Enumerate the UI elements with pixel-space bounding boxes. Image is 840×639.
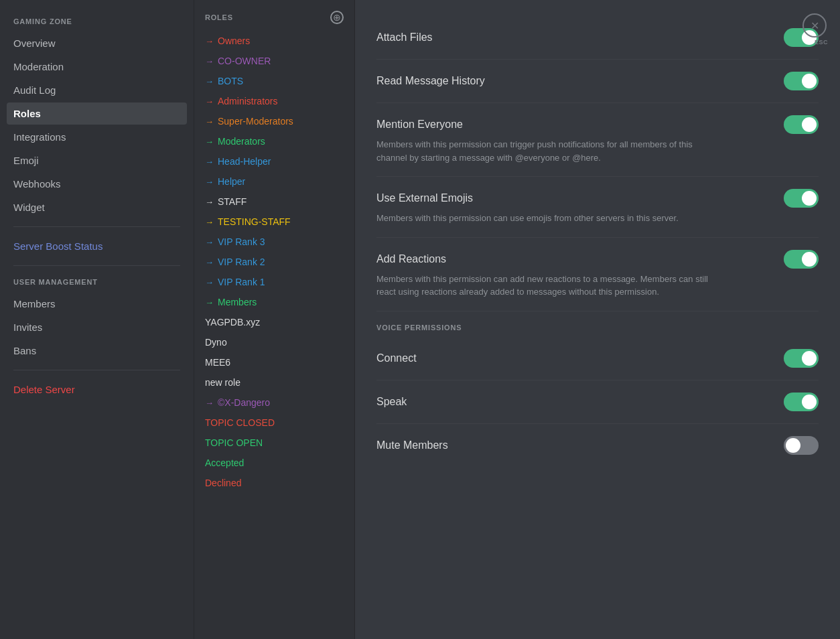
permission-add-reactions-label: Add Reactions	[376, 253, 446, 265]
sidebar-divider-1	[13, 226, 180, 227]
permission-mention-everyone-label: Mention Everyone	[376, 119, 463, 131]
role-item-accepted[interactable]: Accepted	[194, 453, 354, 473]
permission-mute-members-row: Mute Members	[376, 436, 819, 455]
permission-use-external-emojis-desc: Members with this permission can use emo…	[376, 212, 725, 225]
toggle-speak[interactable]	[784, 393, 819, 411]
toggle-mute-members[interactable]	[784, 436, 819, 455]
role-item-co-owner[interactable]: → CO-OWNER	[194, 51, 354, 71]
role-arrow-administrators: →	[205, 96, 214, 106]
permission-read-message-history-label: Read Message History	[376, 75, 485, 87]
role-label-owners: Owners	[218, 36, 250, 46]
close-icon: ✕	[811, 19, 819, 32]
permission-mention-everyone-row: Mention Everyone	[376, 115, 819, 134]
roles-panel: ROLES ⊕ → Owners → CO-OWNER → BOTS → Adm…	[194, 0, 355, 639]
role-label-staff: STAFF	[218, 196, 247, 207]
sidebar-item-emoji[interactable]: Emoji	[7, 149, 187, 171]
permission-add-reactions-desc: Members with this permission can add new…	[376, 273, 725, 299]
roles-panel-title: ROLES	[205, 13, 233, 21]
role-label-vip-rank-3: VIP Rank 3	[218, 236, 265, 247]
toggle-mention-everyone[interactable]	[784, 115, 819, 134]
permission-mention-everyone: Mention Everyone Members with this permi…	[376, 103, 819, 177]
close-button-sub-label: ESC	[815, 39, 828, 46]
role-item-bots[interactable]: → BOTS	[194, 71, 354, 91]
toggle-use-external-emojis[interactable]	[784, 189, 819, 208]
role-arrow-co-owner: →	[205, 56, 214, 66]
role-label-x-dangero: ©X-Dangero	[218, 397, 270, 408]
role-item-head-helper[interactable]: → Head-Helper	[194, 151, 354, 171]
role-item-vip-rank-2[interactable]: → VIP Rank 2	[194, 252, 354, 272]
role-item-vip-rank-1[interactable]: → VIP Rank 1	[194, 272, 354, 292]
role-arrow-vip-rank-1: →	[205, 277, 214, 287]
sidebar-item-overview[interactable]: Overview	[7, 32, 187, 54]
role-arrow-testing-staff: →	[205, 217, 214, 227]
role-arrow-vip-rank-2: →	[205, 257, 214, 267]
role-label-topic-open: TOPIC OPEN	[205, 437, 263, 448]
role-arrow-moderators: →	[205, 137, 214, 147]
toggle-knob-add-reactions	[802, 252, 817, 267]
sidebar-item-widget[interactable]: Widget	[7, 196, 187, 218]
role-item-testing-staff[interactable]: → TESTING-STAFF	[194, 212, 354, 232]
role-label-vip-rank-1: VIP Rank 1	[218, 277, 265, 287]
sidebar-item-server-boost[interactable]: Server Boost Status	[7, 235, 187, 257]
roles-panel-header: ROLES ⊕	[194, 11, 354, 31]
role-arrow-vip-rank-3: →	[205, 237, 214, 247]
permission-speak-row: Speak	[376, 393, 819, 411]
role-item-declined[interactable]: Declined	[194, 473, 354, 493]
role-label-mee6: MEE6	[205, 357, 230, 368]
role-item-dyno[interactable]: Dyno	[194, 332, 354, 352]
role-arrow-members-role: →	[205, 297, 214, 307]
role-item-super-moderators[interactable]: → Super-Moderators	[194, 111, 354, 131]
role-item-staff[interactable]: → STAFF	[194, 192, 354, 212]
role-item-mee6[interactable]: MEE6	[194, 352, 354, 372]
sidebar-item-roles[interactable]: Roles	[7, 102, 187, 125]
role-arrow-helper: →	[205, 177, 214, 187]
sidebar-user-mgmt-label: USER MANAGEMENT	[7, 274, 187, 290]
permission-use-external-emojis-row: Use External Emojis	[376, 189, 819, 208]
role-item-topic-closed[interactable]: TOPIC CLOSED	[194, 413, 354, 433]
role-item-moderators[interactable]: → Moderators	[194, 131, 354, 151]
permission-connect: Connect	[376, 337, 819, 380]
toggle-read-message-history[interactable]	[784, 72, 819, 90]
role-item-topic-open[interactable]: TOPIC OPEN	[194, 433, 354, 453]
role-arrow-bots: →	[205, 76, 214, 86]
role-item-administrators[interactable]: → Administrators	[194, 91, 354, 111]
toggle-knob-speak	[802, 395, 817, 409]
sidebar-item-audit-log[interactable]: Audit Log	[7, 79, 187, 101]
role-label-helper: Helper	[218, 176, 245, 187]
toggle-connect[interactable]	[784, 349, 819, 368]
sidebar-item-delete-server[interactable]: Delete Server	[7, 378, 187, 401]
sidebar-item-webhooks[interactable]: Webhooks	[7, 173, 187, 195]
add-role-button[interactable]: ⊕	[330, 11, 344, 24]
close-button[interactable]: ✕	[802, 13, 827, 38]
permission-use-external-emojis-label: Use External Emojis	[376, 192, 473, 204]
sidebar-item-invites[interactable]: Invites	[7, 316, 187, 338]
permission-use-external-emojis: Use External Emojis Members with this pe…	[376, 177, 819, 238]
permission-mute-members-label: Mute Members	[376, 439, 448, 451]
permission-connect-label: Connect	[376, 352, 417, 364]
toggle-add-reactions[interactable]	[784, 250, 819, 269]
role-item-helper[interactable]: → Helper	[194, 171, 354, 192]
role-item-x-dangero[interactable]: → ©X-Dangero	[194, 393, 354, 413]
toggle-knob-read-message-history	[802, 74, 817, 88]
sidebar-item-moderation[interactable]: Moderation	[7, 56, 187, 78]
role-label-bots: BOTS	[218, 76, 243, 86]
role-item-yagpdb[interactable]: YAGPDB.xyz	[194, 312, 354, 332]
role-label-accepted: Accepted	[205, 457, 244, 468]
sidebar-item-members[interactable]: Members	[7, 293, 187, 315]
role-label-declined: Declined	[205, 478, 241, 488]
role-item-members-role[interactable]: → Members	[194, 292, 354, 312]
role-label-topic-closed: TOPIC CLOSED	[205, 417, 275, 428]
sidebar-item-bans[interactable]: Bans	[7, 340, 187, 362]
role-item-new-role[interactable]: new role	[194, 372, 354, 393]
toggle-knob-mention-everyone	[802, 117, 817, 132]
role-arrow-head-helper: →	[205, 157, 214, 167]
permission-add-reactions-row: Add Reactions	[376, 250, 819, 269]
role-arrow-staff: →	[205, 197, 214, 207]
role-label-testing-staff: TESTING-STAFF	[218, 216, 291, 227]
permission-read-message-history: Read Message History	[376, 60, 819, 103]
permission-attach-files: Attach Files	[376, 16, 819, 60]
role-item-vip-rank-3[interactable]: → VIP Rank 3	[194, 232, 354, 252]
role-label-co-owner: CO-OWNER	[218, 56, 271, 66]
role-item-owners[interactable]: → Owners	[194, 31, 354, 51]
sidebar-item-integrations[interactable]: Integrations	[7, 126, 187, 148]
